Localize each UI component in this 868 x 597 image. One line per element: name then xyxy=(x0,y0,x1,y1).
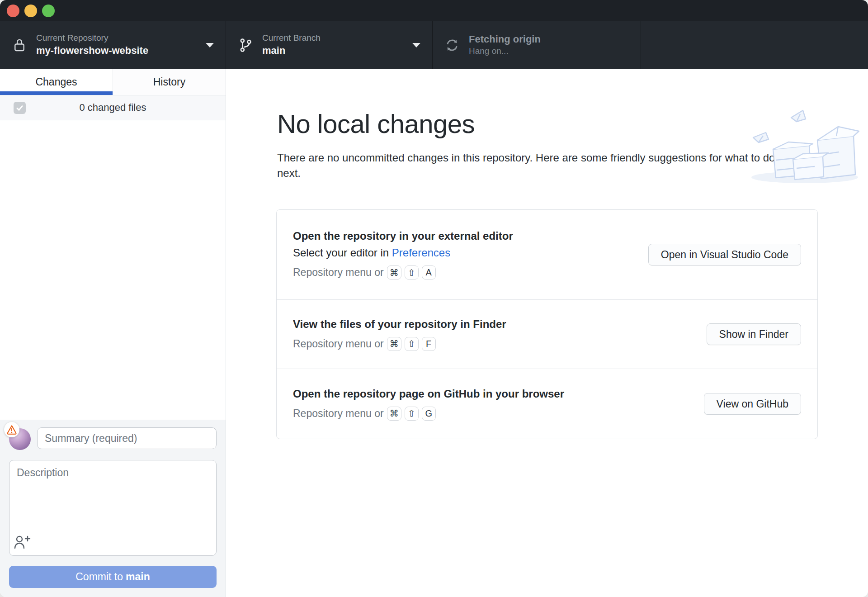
letter-key: A xyxy=(422,265,436,280)
repository-name: my-flowershow-website xyxy=(36,45,148,57)
sidebar-tabs: Changes History xyxy=(0,69,226,95)
shortcut-label: Repository menu or xyxy=(293,266,384,279)
tab-history[interactable]: History xyxy=(113,69,226,95)
select-all-checkbox[interactable] xyxy=(14,102,26,114)
suggestion-row-finder: View the files of your repository in Fin… xyxy=(277,299,817,369)
tab-changes[interactable]: Changes xyxy=(0,69,113,95)
tab-changes-label: Changes xyxy=(35,76,77,88)
titlebar xyxy=(0,0,868,21)
show-in-finder-button[interactable]: Show in Finder xyxy=(707,323,801,345)
commit-panel: Commit to main xyxy=(0,420,226,597)
changed-files-row: 0 changed files xyxy=(0,95,226,120)
shortcut-hint: Repository menu or ⌘ ⇧ G xyxy=(293,407,564,421)
summary-input[interactable] xyxy=(37,427,217,449)
add-coauthor-icon[interactable] xyxy=(13,533,31,551)
branch-name: main xyxy=(262,45,321,57)
suggestions-card: Open the repository in your external edi… xyxy=(276,209,818,439)
sidebar: Changes History 0 changed files xyxy=(0,69,226,597)
page-title: No local changes xyxy=(277,109,475,139)
changed-files-count: 0 changed files xyxy=(0,102,226,114)
suggestion-title: Open the repository page on GitHub in yo… xyxy=(293,388,564,400)
repository-label: Current Repository xyxy=(36,33,148,43)
suggestion-subtitle: Select your editor in Preferences xyxy=(293,246,513,259)
page-subtitle: There are no uncommitted changes in this… xyxy=(277,150,788,181)
letter-key: G xyxy=(422,407,436,421)
suggestion-row-editor: Open the repository in your external edi… xyxy=(277,210,817,299)
close-button[interactable] xyxy=(7,5,19,17)
chevron-down-icon xyxy=(412,43,420,47)
commit-button-prefix: Commit to xyxy=(75,571,123,583)
subtitle-text: Select your editor in xyxy=(293,246,392,259)
open-in-editor-button[interactable]: Open in Visual Studio Code xyxy=(648,244,801,265)
description-input[interactable] xyxy=(9,460,217,556)
current-repository-dropdown[interactable]: Current Repository my-flowershow-website xyxy=(0,21,226,69)
preferences-link[interactable]: Preferences xyxy=(392,246,450,259)
git-branch-icon xyxy=(238,38,253,53)
suggestion-title: Open the repository in your external edi… xyxy=(293,230,513,242)
minimize-button[interactable] xyxy=(24,5,37,17)
no-changes-illustration xyxy=(750,108,868,185)
active-tab-indicator xyxy=(0,91,113,95)
cmd-key-icon: ⌘ xyxy=(387,407,401,421)
shortcut-label: Repository menu or xyxy=(293,338,384,350)
sync-icon xyxy=(444,38,460,53)
view-on-github-button[interactable]: View on GitHub xyxy=(704,393,801,415)
warning-icon[interactable] xyxy=(4,422,19,437)
letter-key: F xyxy=(422,337,436,351)
shift-key-icon: ⇧ xyxy=(405,265,419,280)
toolbar: Current Repository my-flowershow-website… xyxy=(0,21,868,69)
commit-button[interactable]: Commit to main xyxy=(9,566,217,588)
shortcut-hint: Repository menu or ⌘ ⇧ A xyxy=(293,265,513,280)
lock-icon xyxy=(12,38,27,53)
github-desktop-window: Current Repository my-flowershow-website… xyxy=(0,0,868,597)
shortcut-hint: Repository menu or ⌘ ⇧ F xyxy=(293,337,506,351)
main-content: No local changes There are no uncommitte… xyxy=(226,69,868,597)
suggestion-row-github: Open the repository page on GitHub in yo… xyxy=(277,369,817,439)
shift-key-icon: ⇧ xyxy=(405,407,419,421)
shortcut-label: Repository menu or xyxy=(293,407,384,420)
zoom-button[interactable] xyxy=(42,5,55,17)
commit-button-branch: main xyxy=(126,571,150,583)
branch-label: Current Branch xyxy=(262,33,321,43)
cmd-key-icon: ⌘ xyxy=(387,337,401,351)
fetch-status: Hang on... xyxy=(469,46,541,57)
fetch-origin-button[interactable]: Fetching origin Hang on... xyxy=(433,21,641,69)
cmd-key-icon: ⌘ xyxy=(387,265,401,280)
chevron-down-icon xyxy=(206,43,214,47)
tab-history-label: History xyxy=(153,76,186,88)
fetch-label: Fetching origin xyxy=(469,33,541,45)
current-branch-dropdown[interactable]: Current Branch main xyxy=(226,21,433,69)
shift-key-icon: ⇧ xyxy=(405,337,419,351)
suggestion-title: View the files of your repository in Fin… xyxy=(293,318,506,331)
